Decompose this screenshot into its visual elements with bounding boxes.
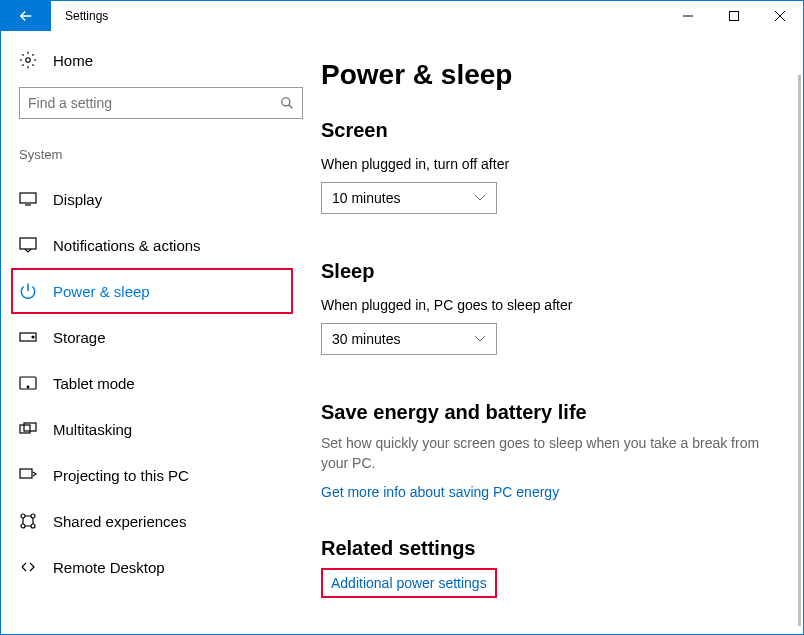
minimize-icon — [683, 11, 693, 21]
nav-label: Remote Desktop — [53, 559, 165, 576]
energy-info-link[interactable]: Get more info about saving PC energy — [321, 484, 559, 500]
sleep-timeout-dropdown[interactable]: 30 minutes — [321, 323, 497, 355]
svg-rect-4 — [20, 238, 36, 249]
nav-power-sleep[interactable]: Power & sleep — [11, 268, 293, 314]
screen-label: When plugged in, turn off after — [321, 156, 763, 172]
page-title: Power & sleep — [321, 59, 763, 91]
chevron-down-icon — [474, 335, 486, 343]
multitasking-icon — [19, 420, 37, 438]
titlebar: Settings — [1, 1, 803, 31]
sidebar: Home System Display Notifications & acti… — [1, 31, 311, 634]
search-field[interactable] — [28, 95, 280, 111]
svg-rect-11 — [20, 469, 32, 478]
dropdown-value: 30 minutes — [332, 331, 400, 347]
home-button[interactable]: Home — [19, 51, 293, 69]
nav-label: Notifications & actions — [53, 237, 201, 254]
nav-label: Storage — [53, 329, 106, 346]
chevron-down-icon — [474, 194, 486, 202]
home-label: Home — [53, 52, 93, 69]
svg-rect-3 — [20, 193, 36, 203]
svg-point-15 — [31, 524, 35, 528]
nav-label: Display — [53, 191, 102, 208]
minimize-button[interactable] — [665, 1, 711, 31]
power-icon — [19, 282, 37, 300]
group-label: System — [19, 147, 293, 162]
scrollbar[interactable] — [798, 75, 801, 626]
nav-multitasking[interactable]: Multitasking — [19, 406, 293, 452]
svg-rect-9 — [20, 425, 30, 433]
additional-power-link[interactable]: Additional power settings — [331, 575, 487, 591]
energy-heading: Save energy and battery life — [321, 401, 763, 424]
nav-label: Power & sleep — [53, 283, 150, 300]
nav-remote-desktop[interactable]: Remote Desktop — [19, 544, 293, 590]
projecting-icon — [19, 466, 37, 484]
svg-point-2 — [282, 98, 290, 106]
sleep-label: When plugged in, PC goes to sleep after — [321, 297, 763, 313]
nav-tablet-mode[interactable]: Tablet mode — [19, 360, 293, 406]
svg-point-12 — [21, 514, 25, 518]
svg-point-1 — [26, 58, 31, 63]
storage-icon — [19, 328, 37, 346]
back-button[interactable] — [1, 1, 51, 31]
svg-point-8 — [27, 386, 29, 388]
additional-power-highlight: Additional power settings — [321, 568, 497, 598]
notifications-icon — [19, 236, 37, 254]
energy-desc: Set how quickly your screen goes to slee… — [321, 434, 763, 473]
related-heading: Related settings — [321, 537, 763, 560]
dropdown-value: 10 minutes — [332, 190, 400, 206]
nav-shared-experiences[interactable]: Shared experiences — [19, 498, 293, 544]
nav-projecting[interactable]: Projecting to this PC — [19, 452, 293, 498]
maximize-icon — [729, 11, 739, 21]
window-title: Settings — [65, 9, 108, 23]
nav-label: Shared experiences — [53, 513, 186, 530]
arrow-left-icon — [17, 7, 35, 25]
nav-label: Projecting to this PC — [53, 467, 189, 484]
search-input[interactable] — [19, 87, 303, 119]
tablet-icon — [19, 374, 37, 392]
search-icon — [280, 96, 294, 110]
display-icon — [19, 190, 37, 208]
window-controls — [665, 1, 803, 31]
nav-notifications[interactable]: Notifications & actions — [19, 222, 293, 268]
svg-point-13 — [31, 514, 35, 518]
main-content: Power & sleep Screen When plugged in, tu… — [311, 31, 803, 634]
screen-timeout-dropdown[interactable]: 10 minutes — [321, 182, 497, 214]
remote-icon — [19, 558, 37, 576]
maximize-button[interactable] — [711, 1, 757, 31]
svg-point-14 — [21, 524, 25, 528]
nav-display[interactable]: Display — [19, 176, 293, 222]
nav-label: Multitasking — [53, 421, 132, 438]
screen-heading: Screen — [321, 119, 763, 142]
close-icon — [775, 11, 785, 21]
close-button[interactable] — [757, 1, 803, 31]
nav-storage[interactable]: Storage — [19, 314, 293, 360]
sleep-heading: Sleep — [321, 260, 763, 283]
svg-point-6 — [32, 336, 34, 338]
svg-rect-0 — [730, 12, 739, 21]
shared-icon — [19, 512, 37, 530]
gear-icon — [19, 51, 37, 69]
nav-label: Tablet mode — [53, 375, 135, 392]
